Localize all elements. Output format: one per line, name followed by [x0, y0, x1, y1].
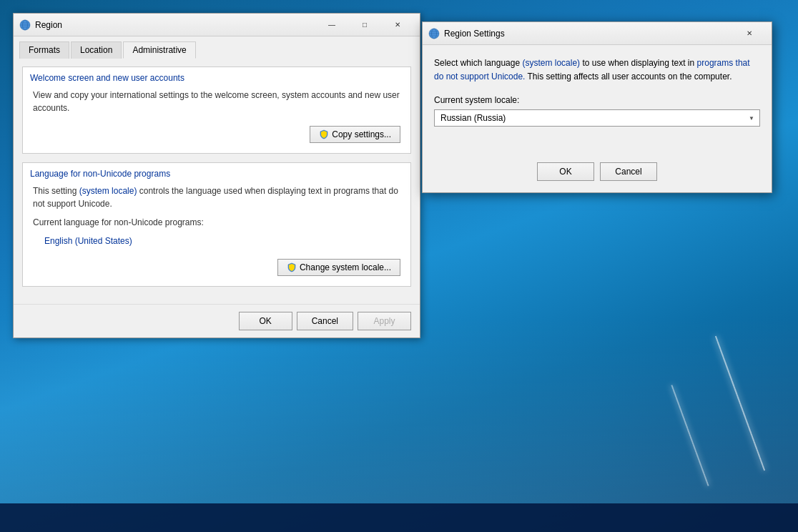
settings-titlebar: Region Settings ✕ [423, 22, 772, 45]
settings-close-button[interactable]: ✕ [733, 22, 766, 45]
settings-window-controls: ✕ [733, 22, 766, 45]
copy-settings-label: Copy settings... [332, 129, 391, 139]
locale-label: Current system locale: [434, 95, 760, 105]
desktop-decoration [440, 246, 798, 532]
region-titlebar: Region — □ ✕ [14, 14, 420, 36]
region-window-title: Region [35, 20, 315, 30]
tab-location[interactable]: Location [71, 41, 122, 59]
welcome-section-header: Welcome screen and new user accounts [23, 67, 410, 86]
shield-icon-locale [287, 262, 297, 272]
change-locale-label: Change system locale... [300, 262, 391, 272]
region-ok-button[interactable]: OK [239, 312, 292, 330]
region-cancel-button[interactable]: Cancel [297, 312, 353, 330]
settings-globe-icon [428, 28, 440, 39]
close-button[interactable]: ✕ [381, 14, 414, 36]
unicode-section-body: This setting (system locale) controls th… [23, 182, 410, 286]
system-locale-text: (system locale) [522, 58, 580, 68]
unicode-section: Language for non-Unicode programs This s… [22, 162, 411, 287]
tab-administrative[interactable]: Administrative [123, 41, 195, 59]
unicode-description2: Current language for non-Unicode program… [33, 216, 400, 229]
shield-icon-copy [319, 129, 329, 139]
current-locale-value: English (United States) [44, 235, 400, 247]
region-globe-icon [19, 19, 31, 31]
region-apply-button[interactable]: Apply [358, 312, 411, 330]
settings-ok-button[interactable]: OK [537, 162, 594, 181]
maximize-button[interactable]: □ [348, 14, 381, 36]
settings-dialog-title: Region Settings [444, 29, 733, 39]
programs-text: programs that do not support Unicode. [434, 58, 750, 82]
settings-dialog-footer: OK Cancel [423, 155, 772, 192]
taskbar [0, 503, 798, 532]
tabs-bar: Formats Location Administrative [14, 36, 420, 58]
settings-cancel-button[interactable]: Cancel [600, 162, 657, 181]
locale-select[interactable]: Russian (Russia) English (United States)… [434, 109, 760, 127]
region-window-content: Welcome screen and new user accounts Vie… [14, 58, 420, 304]
welcome-section: Welcome screen and new user accounts Vie… [22, 66, 411, 154]
settings-description: Select which language (system locale) to… [434, 56, 760, 84]
change-locale-button[interactable]: Change system locale... [277, 259, 400, 276]
tab-formats[interactable]: Formats [19, 41, 69, 59]
settings-dialog-content: Select which language (system locale) to… [423, 45, 772, 155]
copy-settings-button[interactable]: Copy settings... [310, 126, 400, 143]
minimize-button[interactable]: — [315, 14, 348, 36]
unicode-section-header: Language for non-Unicode programs [23, 163, 410, 182]
region-window: Region — □ ✕ Formats Location Administra… [13, 13, 420, 338]
region-settings-dialog: Region Settings ✕ Select which language … [422, 21, 772, 193]
window-controls: — □ ✕ [315, 14, 414, 36]
system-locale-highlight: (system locale) [79, 186, 137, 196]
region-window-footer: OK Cancel Apply [14, 304, 420, 338]
unicode-description1: This setting (system locale) controls th… [33, 184, 400, 210]
welcome-description: View and copy your international setting… [33, 89, 400, 114]
locale-select-wrapper: Russian (Russia) English (United States)… [434, 109, 760, 127]
welcome-section-body: View and copy your international setting… [23, 86, 410, 153]
